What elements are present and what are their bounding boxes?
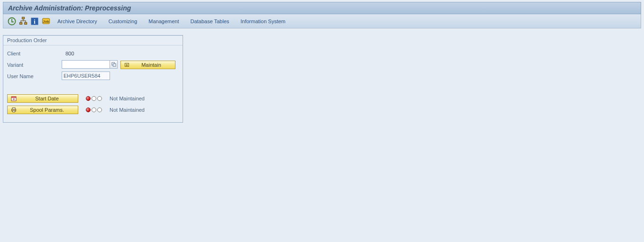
traffic-light-start xyxy=(86,96,102,101)
toolbar-link-management[interactable]: Management xyxy=(144,18,184,24)
light-off-icon xyxy=(97,108,102,112)
svg-text:i: i xyxy=(34,18,36,25)
start-date-status-text: Not Maintained xyxy=(110,96,145,101)
toolbar-link-db-tables[interactable]: Database Tables xyxy=(186,18,234,24)
traffic-light-spool xyxy=(86,108,102,112)
start-date-button[interactable]: Start Date xyxy=(7,94,78,103)
variant-input[interactable] xyxy=(62,60,110,69)
hierarchy-icon[interactable] xyxy=(18,17,28,26)
spool-params-button[interactable]: Spool Params. xyxy=(7,106,78,114)
svg-rect-2 xyxy=(20,22,22,24)
title-bar: Archive Administration: Preprocessing xyxy=(3,2,641,14)
info-icon[interactable]: i xyxy=(30,17,39,26)
spool-params-button-label: Spool Params. xyxy=(19,107,75,113)
toolbar-link-info-system[interactable]: Information System xyxy=(236,18,290,24)
calendar-icon xyxy=(10,96,17,101)
username-label: User Name xyxy=(7,73,62,79)
toolbar-link-archive-dir[interactable]: Archive Directory xyxy=(53,18,102,24)
execute-icon[interactable] xyxy=(7,17,17,26)
light-off-icon xyxy=(92,108,96,112)
client-label: Client xyxy=(7,51,62,56)
svg-rect-3 xyxy=(25,22,27,24)
job-icon[interactable]: Job xyxy=(41,17,51,26)
svg-rect-9 xyxy=(113,63,116,66)
maintain-button[interactable]: Maintain xyxy=(120,61,175,69)
page-title: Archive Administration: Preprocessing xyxy=(8,4,131,12)
groupbox-title: Production Order xyxy=(3,36,183,45)
maintain-button-label: Maintain xyxy=(130,62,172,68)
start-date-button-label: Start Date xyxy=(19,96,75,101)
svg-rect-1 xyxy=(22,17,25,19)
light-red-icon xyxy=(86,108,91,112)
svg-text:Job: Job xyxy=(43,19,49,24)
svg-rect-17 xyxy=(13,111,15,112)
spool-status-text: Not Maintained xyxy=(110,107,145,113)
light-off-icon xyxy=(97,96,102,101)
application-toolbar: i Job Archive Directory Customizing Mana… xyxy=(3,14,641,28)
toolbar-link-customizing[interactable]: Customizing xyxy=(104,18,142,24)
light-red-icon xyxy=(86,96,91,101)
maintain-plus-icon xyxy=(124,62,130,68)
variant-label: Variant xyxy=(7,62,62,68)
printer-icon xyxy=(10,107,17,113)
content-area: Production Order Client 800 Variant xyxy=(0,28,644,129)
production-order-group: Production Order Client 800 Variant xyxy=(3,35,183,123)
variant-search-help-icon[interactable] xyxy=(110,60,118,69)
light-off-icon xyxy=(92,96,96,101)
client-value: 800 xyxy=(62,51,74,56)
svg-rect-12 xyxy=(11,97,16,98)
username-input xyxy=(62,72,110,80)
